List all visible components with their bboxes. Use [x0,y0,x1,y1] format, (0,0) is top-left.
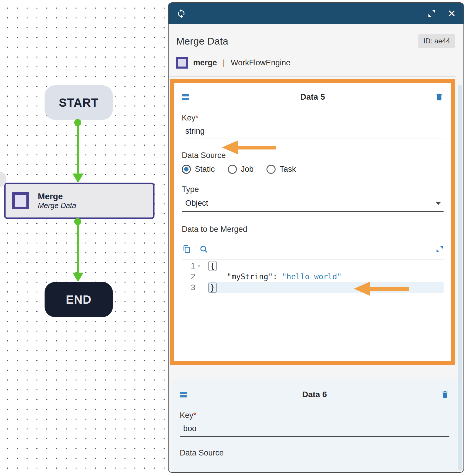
radio-label: Task [280,165,296,174]
required-marker: * [196,113,199,122]
end-node-label: END [66,293,91,306]
delete-icon[interactable] [441,390,449,399]
node-type-separator: | [223,58,225,67]
key-label: Key* [182,113,444,123]
copy-icon[interactable] [182,244,191,254]
highlight-box-data5: Data 5 Key* string Data Source Static Jo… [170,79,455,365]
radio-label: Static [195,165,215,174]
merge-node-subtitle: Merge Data [38,201,76,210]
node-type-icon [176,57,188,69]
panel-body: Merge Data ID: ae44 merge | WorkFlowEngi… [169,34,463,473]
drag-handle-icon[interactable] [180,392,187,397]
line-number: 2 [182,271,195,282]
close-brace: } [208,283,217,293]
merge-node-title: Merge [38,192,76,201]
type-select[interactable]: Object [182,196,444,212]
delete-icon[interactable] [435,93,444,101]
radio-button-icon [182,165,191,174]
panel-scrollbar[interactable] [458,85,462,471]
section-card-data6: Data 6 Key* boo Data Source [172,379,457,473]
node-type-name: merge [193,58,217,67]
edge-start-merge [77,123,79,176]
expand-icon[interactable] [428,9,436,18]
open-brace: { [208,261,217,271]
radio-button-icon [266,165,276,174]
line-number: 3 [182,282,195,293]
data-source-label: Data Source [180,448,449,458]
data-source-label: Data Source [182,151,444,160]
edge-merge-end [77,222,79,273]
merge-data-label: Data to be Merged [182,225,444,234]
section-title: Data 5 [195,92,431,102]
type-select-value: Object [185,199,208,208]
required-marker: * [193,411,197,420]
section-title: Data 6 [193,390,437,399]
radio-button-icon [228,165,237,174]
code-line: 2 "myString": "hello world" [182,271,444,282]
end-node[interactable]: END [45,282,113,317]
node-config-panel: ✕ Merge Data ID: ae44 merge | WorkFlowEn… [168,2,464,473]
radio-task[interactable]: Task [266,165,296,174]
close-icon[interactable]: ✕ [448,8,456,18]
search-icon[interactable] [199,245,208,254]
merge-node-icon [12,192,29,209]
radio-job[interactable]: Job [228,165,254,174]
key-label: Key* [180,411,449,420]
radio-static[interactable]: Static [182,165,215,174]
json-string-value: "hello world" [277,272,342,281]
type-label: Type [182,185,444,194]
refresh-icon[interactable] [176,8,186,18]
fold-caret-icon[interactable]: ▾ [195,261,208,271]
editor-expand-icon[interactable] [436,245,444,253]
chevron-down-icon [435,202,441,205]
json-editor[interactable]: 1 ▾ { 2 "myString": "hello world" 3 } [182,261,444,293]
edge-arrowhead-icon [72,273,84,282]
engine-name: WorkFlowEngine [231,58,291,67]
page-title: Merge Data [176,35,228,47]
key-input[interactable]: string [182,124,444,139]
code-line: 1 ▾ { [182,261,444,271]
line-number: 1 [182,261,195,271]
panel-header: ✕ [169,3,463,24]
code-line: 3 } [182,282,444,293]
node-id-badge: ID: ae44 [418,34,455,48]
json-key: "myString": [227,272,277,281]
start-node-label: START [59,96,99,109]
merge-node[interactable]: Merge Merge Data [4,183,154,219]
key-input[interactable]: boo [180,422,449,437]
radio-label: Job [241,165,254,174]
drag-handle-icon[interactable] [182,94,189,100]
edge-arrowhead-icon [72,174,84,183]
header-divider [169,76,456,76]
editor-divider [182,259,444,259]
start-node[interactable]: START [45,85,113,120]
